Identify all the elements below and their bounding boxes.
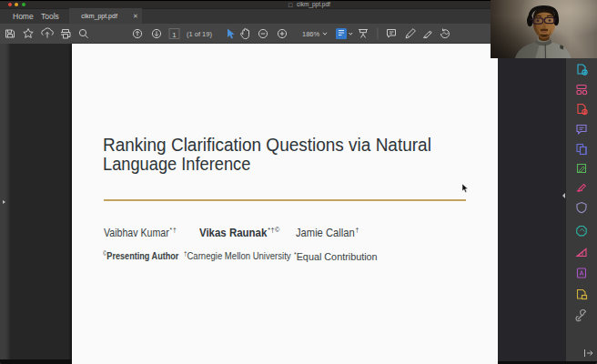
svg-text:(1 of 19): (1 of 19) <box>187 30 212 38</box>
svg-text:1: 1 <box>172 31 177 39</box>
svg-text:186%: 186% <box>302 30 320 38</box>
